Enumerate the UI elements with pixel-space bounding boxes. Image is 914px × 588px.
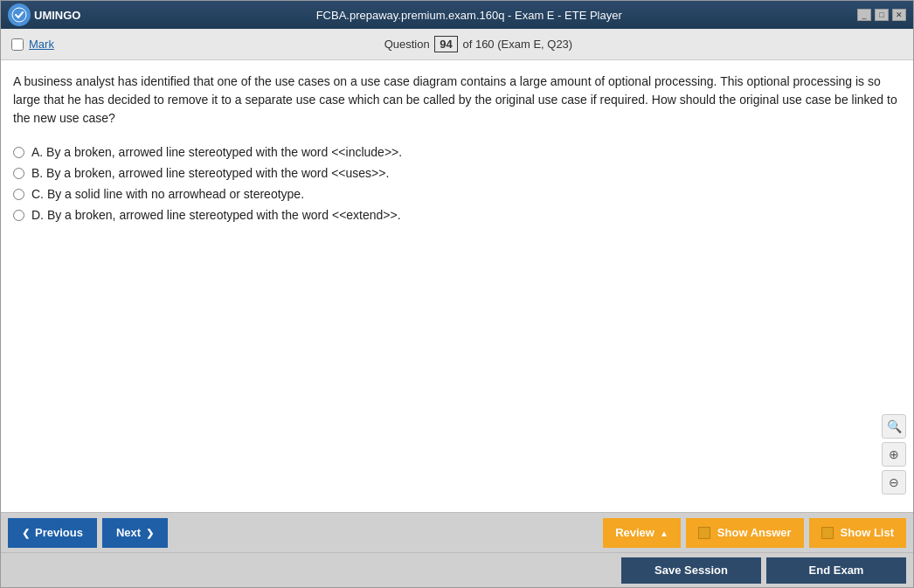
review-label: Review (615, 526, 654, 539)
option-c-radio[interactable] (13, 189, 24, 200)
end-exam-button[interactable]: End Exam (766, 557, 906, 584)
question-info: Question 94 of 160 (Exam E, Q23) (54, 36, 903, 52)
maximize-button[interactable]: □ (875, 9, 889, 21)
option-c: C. By a solid line with no arrowhead or … (13, 187, 901, 201)
option-b: B. By a broken, arrowed line stereotyped… (13, 166, 901, 180)
show-answer-button[interactable]: Show Answer (686, 518, 804, 548)
option-a-label: A. By a broken, arrowed line stereotyped… (31, 145, 402, 159)
minimize-button[interactable]: _ (857, 9, 871, 21)
session-bar: Save Session End Exam (1, 552, 913, 587)
previous-label: Previous (35, 526, 83, 539)
review-button[interactable]: Review (603, 518, 681, 548)
next-label: Next (116, 526, 141, 539)
svg-point-0 (12, 8, 26, 22)
question-text: A business analyst has identified that o… (13, 73, 901, 128)
close-button[interactable]: ✕ (892, 9, 906, 21)
option-d-radio[interactable] (13, 210, 24, 221)
show-list-label: Show List (841, 526, 894, 539)
mark-container: Mark (11, 38, 54, 51)
end-exam-label: End Exam (809, 564, 864, 577)
option-a: A. By a broken, arrowed line stereotyped… (13, 145, 901, 159)
title-bar: UMINGO FCBA.prepaway.premium.exam.160q -… (1, 1, 913, 29)
prev-chevron-icon (22, 526, 30, 539)
option-b-label: B. By a broken, arrowed line stereotyped… (31, 166, 389, 180)
question-number-badge: 94 (434, 36, 457, 52)
options-list: A. By a broken, arrowed line stereotyped… (13, 145, 901, 222)
next-button[interactable]: Next (102, 518, 168, 548)
zoom-in-button[interactable]: ⊕ (882, 442, 906, 467)
previous-button[interactable]: Previous (8, 518, 97, 548)
window-title: FCBA.prepaway.premium.exam.160q - Exam E… (80, 9, 857, 22)
toolbar: Mark Question 94 of 160 (Exam E, Q23) (1, 29, 913, 60)
save-session-button[interactable]: Save Session (621, 557, 761, 584)
logo-text: UMINGO (34, 9, 80, 22)
show-list-checkbox-icon (821, 527, 834, 539)
option-d: D. By a broken, arrowed line stereotyped… (13, 208, 901, 222)
logo-icon (8, 3, 31, 26)
save-session-label: Save Session (654, 564, 728, 577)
question-label: Question (384, 38, 430, 51)
zoom-out-button[interactable]: ⊖ (882, 470, 906, 495)
option-b-radio[interactable] (13, 168, 24, 179)
mark-link[interactable]: Mark (29, 38, 54, 51)
option-c-label: C. By a solid line with no arrowhead or … (31, 187, 304, 201)
review-chevron-icon (660, 526, 668, 539)
option-d-label: D. By a broken, arrowed line stereotyped… (31, 208, 401, 222)
nav-bar: Previous Next Review Show Answer Show Li… (1, 512, 913, 552)
show-answer-label: Show Answer (717, 526, 792, 539)
option-a-radio[interactable] (13, 147, 24, 158)
next-chevron-icon (146, 526, 154, 539)
side-icons: 🔍 ⊕ ⊖ (882, 414, 906, 495)
show-answer-checkbox-icon (698, 527, 710, 539)
logo: UMINGO (8, 3, 80, 26)
content-area: A business analyst has identified that o… (1, 60, 913, 512)
window-controls: _ □ ✕ (857, 9, 906, 21)
main-window: UMINGO FCBA.prepaway.premium.exam.160q -… (0, 0, 914, 588)
question-of-label: of 160 (Exam E, Q23) (462, 38, 572, 51)
search-icon-button[interactable]: 🔍 (882, 414, 906, 439)
mark-checkbox[interactable] (11, 38, 24, 51)
show-list-button[interactable]: Show List (809, 518, 906, 548)
